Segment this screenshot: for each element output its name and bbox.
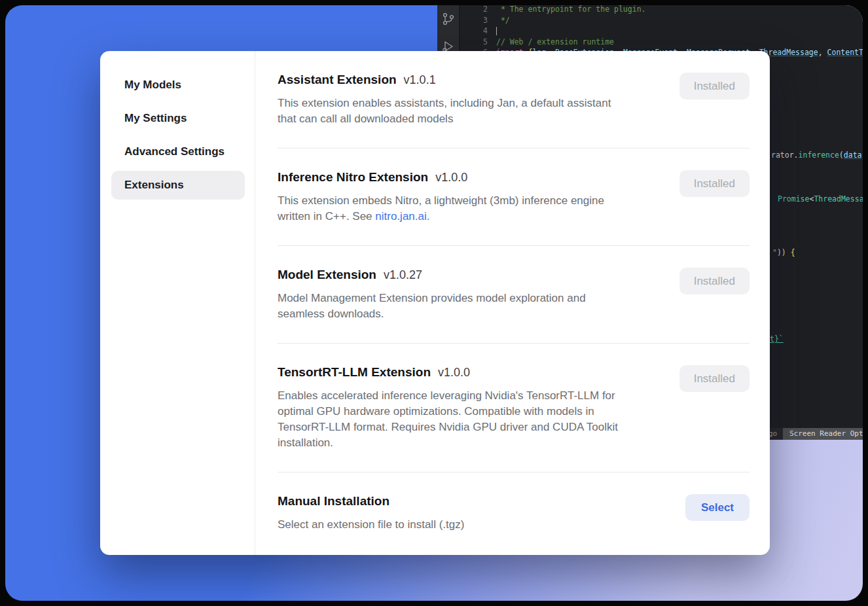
code-fragment: rator.inference(data));: [771, 150, 863, 161]
extension-row-model: Model Extensionv1.0.27 Model Management …: [278, 246, 750, 344]
extension-description: This extension embeds Nitro, a lightweig…: [278, 193, 604, 224]
extension-name: Inference Nitro Extension: [278, 170, 428, 184]
extension-version: v1.0.1: [404, 73, 436, 86]
manual-installation-row: Manual Installation Select an extension …: [278, 472, 750, 554]
extension-name: Model Extension: [278, 268, 376, 281]
extension-description: Enables accelerated inference leveraging…: [278, 388, 618, 451]
extension-title: TensortRT-LLM Extensionv1.0.0: [278, 365, 618, 380]
manual-installation-description: Select an extension file to install (.tg…: [278, 517, 464, 533]
code-line: 5// Web / extension runtime: [460, 37, 863, 48]
sidebar-item-my-settings[interactable]: My Settings: [111, 104, 245, 133]
code-line: 4: [460, 26, 863, 37]
sidebar-item-advanced-settings[interactable]: Advanced Settings: [111, 137, 245, 166]
settings-modal: My Models My Settings Advanced Settings …: [100, 51, 770, 555]
extension-name: TensortRT-LLM Extension: [278, 365, 431, 379]
extension-title: Assistant Extensionv1.0.1: [278, 73, 611, 87]
extension-row-tensorrt-llm: TensortRT-LLM Extensionv1.0.0 Enables ac…: [278, 344, 750, 472]
extension-version: v1.0.27: [384, 268, 422, 281]
description-text: This extension embeds Nitro, a lightweig…: [278, 194, 604, 223]
sidebar-item-my-models[interactable]: My Models: [111, 71, 245, 99]
extensions-list: Assistant Extensionv1.0.1 This extension…: [255, 51, 770, 555]
extension-version: v1.0.0: [435, 171, 467, 184]
code-fragment: ")) {: [772, 247, 795, 258]
source-control-icon: [441, 12, 456, 26]
extension-description: This extension enables assistants, inclu…: [278, 96, 611, 127]
extension-name: Assistant Extension: [278, 73, 397, 86]
settings-sidebar: My Models My Settings Advanced Settings …: [100, 51, 255, 555]
select-file-button[interactable]: Select: [685, 494, 750, 521]
code-line: 2 * The entrypoint for the plugin.: [460, 5, 863, 15]
installed-button[interactable]: Installed: [679, 268, 750, 294]
extension-description: Model Management Extension provides mode…: [278, 291, 586, 322]
code-line: 3 */: [460, 15, 863, 26]
installed-button[interactable]: Installed: [679, 73, 750, 99]
extension-title: Inference Nitro Extensionv1.0.0: [278, 170, 604, 185]
extension-row-inference-nitro: Inference Nitro Extensionv1.0.0 This ext…: [278, 149, 750, 246]
code-lines: 2 * The entrypoint for the plugin.3 */45…: [460, 5, 863, 58]
code-fragment: Promise<ThreadMessage>: [778, 194, 863, 205]
screen-reader-chip[interactable]: Screen Reader Optimized: [783, 428, 863, 440]
extension-row-assistant: Assistant Extensionv1.0.1 This extension…: [278, 51, 750, 149]
nitro-jan-ai-link[interactable]: nitro.jan.ai.: [375, 210, 429, 223]
extension-title: Model Extensionv1.0.27: [278, 268, 586, 282]
extension-version: v1.0.0: [438, 366, 470, 379]
installed-button[interactable]: Installed: [679, 365, 750, 392]
manual-installation-title: Manual Installation: [278, 494, 464, 508]
installed-button[interactable]: Installed: [679, 170, 750, 197]
app-window: 2 * The entrypoint for the plugin.3 */45…: [5, 5, 863, 601]
code-fragment: t}`: [770, 334, 784, 345]
sidebar-item-extensions[interactable]: Extensions: [111, 171, 245, 200]
